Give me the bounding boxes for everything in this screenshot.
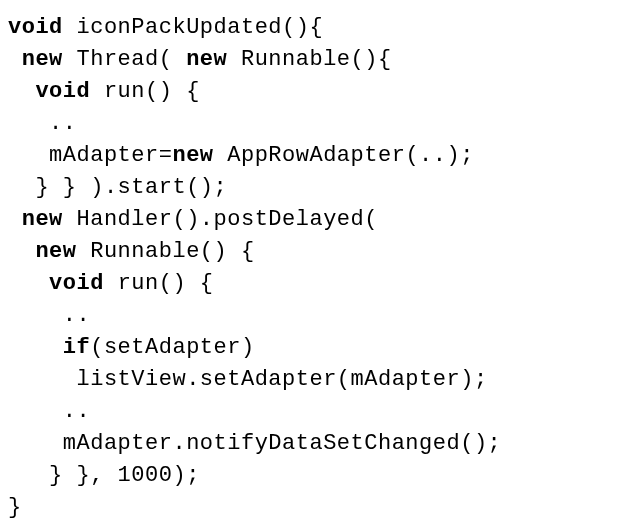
code-line: .. xyxy=(8,399,90,424)
keyword: new xyxy=(22,47,63,72)
code-token: Handler().postDelayed( xyxy=(77,207,378,232)
keyword: void xyxy=(35,79,90,104)
code-token: Runnable() { xyxy=(90,239,254,264)
code-token: } xyxy=(8,495,22,520)
code-token: } } ).start(); xyxy=(35,175,227,200)
code-line: .. xyxy=(8,111,77,136)
code-token: .. xyxy=(49,111,76,136)
code-listing: void iconPackUpdated(){ new Thread( new … xyxy=(0,0,621,521)
code-token: listView.setAdapter(mAdapter); xyxy=(77,367,488,392)
code-line: void iconPackUpdated(){ xyxy=(8,15,323,40)
code-line: void run() { xyxy=(8,79,200,104)
keyword: new xyxy=(35,239,76,264)
keyword: void xyxy=(49,271,104,296)
code-line: if(setAdapter) xyxy=(8,335,255,360)
code-line: } xyxy=(8,495,22,520)
keyword: new xyxy=(22,207,63,232)
code-line: } } ).start(); xyxy=(8,175,227,200)
code-token: iconPackUpdated(){ xyxy=(77,15,324,40)
code-line: new Thread( new Runnable(){ xyxy=(8,47,392,72)
code-token: .. xyxy=(63,303,90,328)
code-token: } }, 1000); xyxy=(49,463,200,488)
code-token: run() { xyxy=(118,271,214,296)
code-token: Thread( xyxy=(77,47,187,72)
code-line: } }, 1000); xyxy=(8,463,200,488)
code-token: .. xyxy=(63,399,90,424)
keyword: if xyxy=(63,335,90,360)
code-line: mAdapter=new AppRowAdapter(..); xyxy=(8,143,474,168)
code-token: run() { xyxy=(104,79,200,104)
code-line: listView.setAdapter(mAdapter); xyxy=(8,367,488,392)
code-line: mAdapter.notifyDataSetChanged(); xyxy=(8,431,501,456)
code-line: new Runnable() { xyxy=(8,239,255,264)
keyword: new xyxy=(186,47,227,72)
keyword: new xyxy=(172,143,213,168)
code-token: mAdapter.notifyDataSetChanged(); xyxy=(63,431,501,456)
code-line: new Handler().postDelayed( xyxy=(8,207,378,232)
keyword: void xyxy=(8,15,63,40)
code-token: mAdapter= xyxy=(49,143,172,168)
code-token: (setAdapter) xyxy=(90,335,254,360)
code-line: .. xyxy=(8,303,90,328)
code-line: void run() { xyxy=(8,271,214,296)
code-token: Runnable(){ xyxy=(241,47,392,72)
code-token: AppRowAdapter(..); xyxy=(227,143,474,168)
